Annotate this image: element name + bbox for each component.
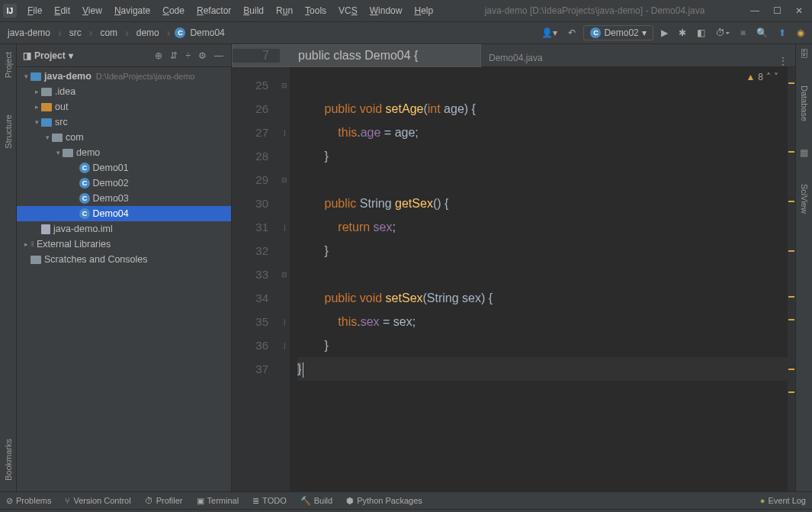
tree-ext-lib[interactable]: ▸⫴External Libraries [17,237,231,252]
crumb-class[interactable]: Demo04 [187,26,227,40]
tab-menu-icon[interactable]: ⋮ [771,56,795,66]
left-tab-project[interactable]: Project [2,49,14,81]
chevron-down-icon[interactable]: ˅ [774,72,778,82]
chevron-up-icon[interactable]: ˄ [766,72,771,82]
ide-settings-icon[interactable]: ◉ [794,26,807,40]
menu-navigate[interactable]: Navigate [108,3,156,18]
tree-file-demo02[interactable]: C Demo02 [17,175,231,191]
tool-event-log[interactable]: ● Event Log [760,496,806,505]
menu-tools[interactable]: Tools [299,3,332,18]
tree-root[interactable]: ▾java-demoD:\IdeaProjects\java-demo [17,69,231,84]
bottom-tool-bar: ⊘ Problems ⑂ Version Control ⏱ Profiler … [0,491,812,509]
search-everywhere-icon[interactable]: 🔍 [753,26,771,40]
marker-bar[interactable] [788,67,795,491]
menu-help[interactable]: Help [408,3,439,18]
warning-icon: ▲ [746,72,755,82]
maximize-icon[interactable]: ☐ [773,5,782,16]
left-tool-strip: Project Structure Bookmarks [0,44,17,491]
tool-problems[interactable]: ⊘ Problems [6,496,51,506]
run-config-selector[interactable]: C Demo02 ▾ [583,25,653,40]
menu-refactor[interactable]: Refactor [191,3,237,18]
sticky-scroll-header[interactable]: 7 public class Demo04 { [232,44,481,67]
menu-edit[interactable]: Edit [48,3,76,18]
chevron-down-icon: ▾ [642,27,647,38]
project-panel: ◨ Project ▾ ⊕ ⇵ ÷ ⚙ — ▾java-demoD:\IdeaP… [17,44,232,491]
run-button[interactable]: ▶ [658,26,671,40]
tool-terminal[interactable]: ▣ Terminal [197,496,239,506]
tool-todo[interactable]: ≣ TODO [252,496,287,506]
fold-gutter[interactable]: ⊟⌋⊟⌋⊟⌋⌋ [279,67,290,491]
hide-panel-icon[interactable]: — [213,49,225,63]
left-tab-structure[interactable]: Structure [2,111,14,152]
code-editor[interactable]: public void setAge(int age) { this.age =… [290,67,788,491]
profile-button[interactable]: ⏱▾ [713,26,733,40]
tree-demo[interactable]: ▾demo [17,145,231,160]
tool-vcs[interactable]: ⑂ Version Control [65,496,130,505]
tool-python[interactable]: ⬢ Python Packages [346,496,422,506]
menu-code[interactable]: Code [156,3,191,18]
select-opened-icon[interactable]: ⊕ [153,49,164,63]
navbar: java-demo› src› com› demo› C Demo04 👤▾ ↶… [0,21,812,44]
menu-view[interactable]: View [76,3,108,18]
debug-button[interactable]: ✱ [676,26,689,40]
panel-settings-icon[interactable]: ⚙ [197,49,208,63]
left-tab-bookmarks[interactable]: Bookmarks [2,436,14,484]
coverage-button[interactable]: ◧ [694,26,708,40]
crumb-project[interactable]: java-demo [5,26,53,40]
stop-button[interactable]: ■ [737,26,749,40]
tool-profiler[interactable]: ⏱ Profiler [145,496,183,505]
crumb-demo[interactable]: demo [133,26,162,40]
breadcrumb: java-demo› src› com› demo› C Demo04 [5,26,535,40]
tree-src[interactable]: ▾src [17,114,231,130]
right-tab-database[interactable]: Database [798,82,810,124]
sci-icon[interactable]: ▦ [800,147,808,158]
menu-vcs[interactable]: VCS [332,3,364,18]
tree-iml[interactable]: java-demo.iml [17,221,231,237]
right-tool-strip: 🗄 Database ▦ SciView [795,44,812,491]
menu-run[interactable]: Run [270,3,299,18]
close-icon[interactable]: ✕ [795,5,803,16]
inspections-widget[interactable]: ▲8 ˄˅ [746,72,778,82]
tree-file-demo04[interactable]: C Demo04 [17,206,231,221]
text-cursor [303,362,303,378]
crumb-src[interactable]: src [66,26,85,40]
panel-title[interactable]: ◨ Project ▾ [23,50,73,61]
tree-com[interactable]: ▾com [17,130,231,145]
db-icon[interactable]: 🗄 [800,49,809,60]
expand-all-icon[interactable]: ⇵ [168,49,179,63]
titlebar: IJ File Edit View Navigate Code Refactor… [0,0,812,21]
tree-file-demo01[interactable]: C Demo01 [17,160,231,175]
class-icon: C [590,27,601,38]
menu-window[interactable]: Window [364,3,409,18]
crumb-com[interactable]: com [97,26,120,40]
line-gutter[interactable]: 25262728293031323334353637 [232,67,279,491]
editor-area: 7 public class Demo04 { Demo04.java ⋮ ▲8… [232,44,795,491]
menu-file[interactable]: File [21,3,48,18]
minimize-icon[interactable]: — [750,5,759,16]
window-title: java-demo [D:\IdeaProjects\java-demo] - … [439,5,750,16]
right-tab-sciview[interactable]: SciView [798,181,810,217]
run-config-name: Demo02 [604,27,638,38]
intellij-logo-icon: IJ [3,4,17,18]
tree-scratches[interactable]: Scratches and Consoles [17,252,231,267]
update-icon[interactable]: ⬆ [775,26,789,40]
project-tree: ▾java-demoD:\IdeaProjects\java-demo ▸.id… [17,67,231,491]
tree-idea[interactable]: ▸.idea [17,84,231,99]
editor-tab[interactable]: Demo04.java [483,50,549,66]
menu-build[interactable]: Build [237,3,270,18]
class-icon: C [175,27,185,38]
tool-build[interactable]: 🔨 Build [300,496,332,506]
back-arrow-icon[interactable]: ↶ [565,26,579,40]
tree-file-demo03[interactable]: C Demo03 [17,191,231,206]
menubar: File Edit View Navigate Code Refactor Bu… [21,3,439,18]
statusbar: ☐ Localized IntelliJ IDEA 2021.3.3 is av… [0,509,812,512]
add-user-icon[interactable]: 👤▾ [538,26,560,40]
tree-out[interactable]: ▸out [17,99,231,114]
collapse-all-icon[interactable]: ÷ [184,49,192,63]
